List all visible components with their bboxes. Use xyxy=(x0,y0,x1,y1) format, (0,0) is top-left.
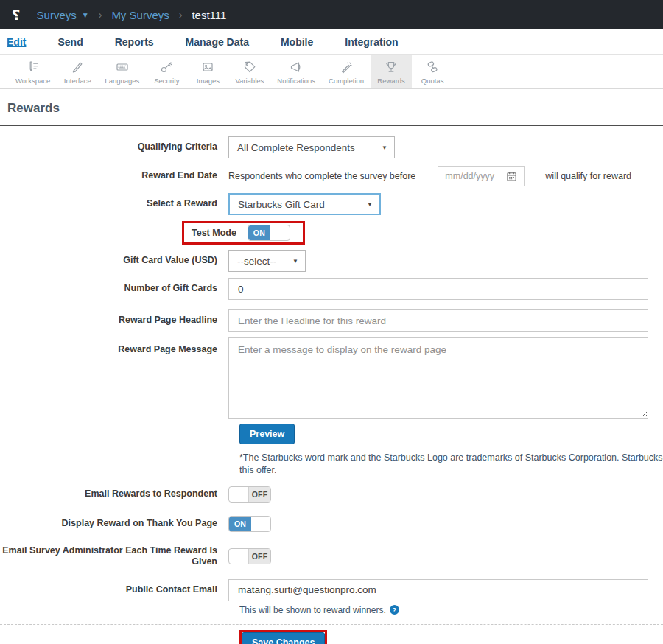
help-question-icon[interactable]: ? xyxy=(390,605,399,615)
breadcrumb-current-survey: test111 xyxy=(192,9,226,21)
workspace-icon xyxy=(26,60,41,74)
test-mode-toggle[interactable]: ON xyxy=(248,225,290,241)
reward-page-message-label: Reward Page Message xyxy=(0,337,228,356)
gift-card-value-label: Gift Card Value (USD) xyxy=(0,255,228,267)
tab-manage-data[interactable]: Manage Data xyxy=(186,36,249,48)
test-mode-annotation-box: Test Mode ON xyxy=(182,221,305,245)
toolbar-item-quotas[interactable]: Quotas xyxy=(412,55,453,88)
toolbar-item-interface[interactable]: Interface xyxy=(57,55,98,88)
toolbar-item-security[interactable]: Security xyxy=(146,55,187,88)
tab-send[interactable]: Send xyxy=(57,36,83,48)
surveys-menu-label: Surveys xyxy=(37,9,77,21)
chain-links-icon xyxy=(425,60,440,74)
toolbar-item-notifications[interactable]: Notifications xyxy=(270,55,322,88)
public-email-help-text: This will be shown to reward winners. xyxy=(239,605,386,615)
breadcrumb-my-surveys[interactable]: My Surveys xyxy=(111,9,169,21)
email-admin-toggle[interactable]: OFF xyxy=(228,548,271,564)
email-rewards-label: Email Rewards to Respondent xyxy=(0,489,228,500)
email-admin-row: Email Survey Administrator Each Time Rew… xyxy=(0,545,663,568)
magic-wand-icon xyxy=(339,60,354,74)
select-reward-row: Select a Reward Starbucks Gift Card ▼ xyxy=(0,193,663,215)
email-rewards-row: Email Rewards to Respondent OFF xyxy=(0,486,663,503)
toolbar-item-rewards[interactable]: Rewards xyxy=(371,55,412,88)
end-date-suffix-text: will qualify for reward xyxy=(545,171,631,181)
megaphone-icon xyxy=(289,60,304,74)
gift-card-value-select[interactable]: --select-- ▼ xyxy=(228,250,306,272)
surveys-menu[interactable]: Surveys ▼ xyxy=(37,9,89,21)
breadcrumb-separator: › xyxy=(179,9,183,21)
test-mode-row: Test Mode ON xyxy=(0,221,663,245)
chevron-down-icon: ▼ xyxy=(367,201,373,208)
tab-reports[interactable]: Reports xyxy=(115,36,154,48)
toolbar-item-label: Images xyxy=(197,77,220,85)
page-title: Rewards xyxy=(7,101,663,116)
tab-edit[interactable]: Edit xyxy=(7,36,26,48)
dashed-divider xyxy=(0,624,663,625)
trophy-icon xyxy=(384,60,399,74)
chevron-down-icon: ▼ xyxy=(292,258,298,265)
reward-page-message-row: Reward Page Message xyxy=(0,337,663,419)
qualifying-criteria-row: Qualifying Criteria All Complete Respond… xyxy=(0,136,663,158)
main-tab-bar: Edit Send Reports Manage Data Mobile Int… xyxy=(0,29,663,55)
display-reward-label: Display Reward on Thank You Page xyxy=(0,518,228,530)
toolbar-item-label: Workspace xyxy=(15,77,50,85)
image-icon xyxy=(200,60,215,74)
save-changes-button[interactable]: Save Changes xyxy=(242,632,325,644)
breadcrumb-separator: › xyxy=(99,9,102,21)
end-date-prefix-text: Respondents who complete the survey befo… xyxy=(228,171,415,181)
toolbar-item-label: Completion xyxy=(329,77,364,85)
toolbar-item-languages[interactable]: Languages xyxy=(98,55,146,88)
qualifying-criteria-value: All Complete Respondents xyxy=(237,142,355,153)
gift-card-value-row: Gift Card Value (USD) --select-- ▼ xyxy=(0,250,663,272)
keyboard-icon xyxy=(115,60,130,74)
toolbar-item-label: Languages xyxy=(105,77,139,85)
toolbar-item-variables[interactable]: Variables xyxy=(228,55,270,88)
questionpro-logo-icon[interactable]: ? xyxy=(12,6,21,24)
gift-card-value-value: --select-- xyxy=(237,256,276,267)
calendar-icon xyxy=(506,171,517,182)
qualifying-criteria-label: Qualifying Criteria xyxy=(0,141,228,153)
pen-icon xyxy=(70,60,85,74)
toggle-state-label: ON xyxy=(229,517,251,531)
reward-page-headline-row: Reward Page Headline xyxy=(0,309,663,332)
display-reward-row: Display Reward on Thank You Page ON xyxy=(0,516,663,532)
toolbar-item-images[interactable]: Images xyxy=(187,55,228,88)
reward-end-date-row: Reward End Date Respondents who complete… xyxy=(0,166,663,186)
toggle-state-label: ON xyxy=(248,225,270,240)
public-contact-email-row: Public Contact Email xyxy=(0,579,663,601)
toggle-state-label: OFF xyxy=(248,487,270,502)
toolbar-item-label: Quotas xyxy=(421,77,444,85)
rewards-form: Qualifying Criteria All Complete Respond… xyxy=(0,126,663,644)
key-icon xyxy=(159,60,174,74)
number-of-gift-cards-input[interactable] xyxy=(228,278,648,300)
tab-mobile[interactable]: Mobile xyxy=(281,36,313,48)
reward-end-date-label: Reward End Date xyxy=(0,170,228,182)
public-contact-email-input[interactable] xyxy=(228,579,648,601)
qualifying-criteria-select[interactable]: All Complete Respondents ▼ xyxy=(228,136,395,158)
select-reward-select[interactable]: Starbucks Gift Card ▼ xyxy=(228,193,381,215)
reward-page-headline-input[interactable] xyxy=(228,309,648,332)
toolbar-item-completion[interactable]: Completion xyxy=(322,55,371,88)
save-annotation-box: Save Changes xyxy=(239,630,327,644)
toolbar-item-label: Variables xyxy=(235,77,264,85)
chevron-down-icon: ▼ xyxy=(382,144,387,151)
preview-row: Preview xyxy=(239,424,663,444)
toolbar-item-label: Security xyxy=(154,77,179,85)
date-placeholder: mm/dd/yyyy xyxy=(445,171,494,181)
public-contact-email-label: Public Contact Email xyxy=(0,584,228,596)
reward-end-date-input[interactable]: mm/dd/yyyy xyxy=(438,166,525,186)
tag-icon xyxy=(242,60,257,74)
email-rewards-toggle[interactable]: OFF xyxy=(228,486,271,503)
toggle-state-label: OFF xyxy=(248,549,270,564)
email-admin-label: Email Survey Administrator Each Time Rew… xyxy=(0,545,228,568)
number-of-gift-cards-row: Number of Gift Cards xyxy=(0,278,663,300)
toolbar-item-label: Rewards xyxy=(377,77,405,85)
preview-button[interactable]: Preview xyxy=(239,424,295,444)
display-reward-toggle[interactable]: ON xyxy=(228,516,271,532)
chevron-down-icon: ▼ xyxy=(82,11,89,19)
tab-integration[interactable]: Integration xyxy=(345,36,398,48)
reward-page-headline-label: Reward Page Headline xyxy=(0,315,228,326)
toolbar-item-workspace[interactable]: Workspace xyxy=(9,55,57,88)
reward-page-message-textarea[interactable] xyxy=(228,337,648,419)
public-email-help-line: This will be shown to reward winners. ? xyxy=(239,605,663,615)
